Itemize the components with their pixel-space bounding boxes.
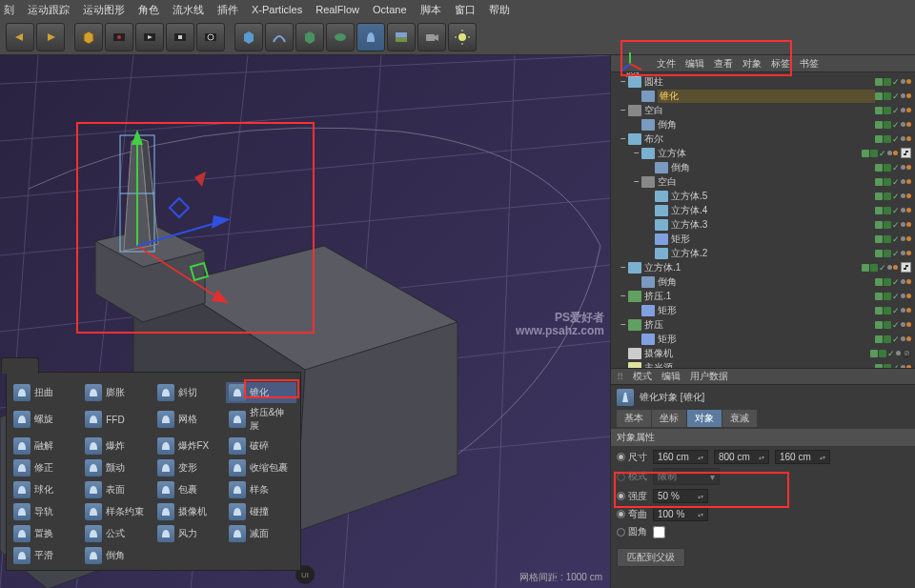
object-flags[interactable]: ✓ xyxy=(862,262,915,273)
menu-item[interactable]: 帮助 xyxy=(489,3,510,17)
menu-item[interactable]: 流水线 xyxy=(173,3,204,17)
object-flags[interactable]: ✓ xyxy=(875,78,915,86)
object-flags[interactable]: ✓ xyxy=(875,321,915,329)
object-name[interactable]: 倒角 xyxy=(671,161,875,174)
tab-coord[interactable]: 坐标 xyxy=(652,410,686,427)
menu-item[interactable]: 运动图形 xyxy=(83,3,125,17)
object-name[interactable]: 矩形 xyxy=(658,333,875,346)
object-flags[interactable]: ✓ xyxy=(875,207,915,214)
attr-menu-item[interactable]: 用户数据 xyxy=(690,370,728,383)
tool-render[interactable] xyxy=(166,23,194,51)
object-name[interactable]: 立方体.4 xyxy=(671,204,875,217)
deformer-item[interactable]: 包裹 xyxy=(154,479,225,500)
deformer-item[interactable]: 置换 xyxy=(10,523,81,544)
menu-item[interactable]: Octane xyxy=(373,4,406,15)
object-flags[interactable]: ✓ xyxy=(875,278,915,286)
object-manager-tree[interactable]: −圆柱✓锥化✓−空白✓倒角✓−布尔✓−立方体✓倒角✓−空白✓立方体.5✓立方体.… xyxy=(611,72,915,368)
deformer-item[interactable]: 减面 xyxy=(226,523,296,544)
tree-row[interactable]: −空白✓ xyxy=(611,174,915,189)
object-flags[interactable]: ✓ xyxy=(875,235,915,243)
object-flags[interactable]: ✓ xyxy=(875,121,915,129)
object-name[interactable]: 主光源 xyxy=(644,361,875,369)
object-flags[interactable]: ✓ xyxy=(875,293,915,300)
menu-item[interactable]: X-Particles xyxy=(252,4,302,15)
deformer-item[interactable]: 表面 xyxy=(82,479,152,500)
size-z-input[interactable]: 160 cm▴▾ xyxy=(775,450,830,464)
tree-row[interactable]: −立方体✓ xyxy=(611,146,915,160)
tree-row[interactable]: 摄像机✓⊘ xyxy=(611,346,915,360)
deformer-item[interactable]: 平滑 xyxy=(10,545,81,566)
deformer-item[interactable]: 风力 xyxy=(154,523,225,544)
deformer-item[interactable]: 融解 xyxy=(10,436,81,456)
tool-primitive[interactable] xyxy=(234,23,263,51)
tool-play[interactable] xyxy=(135,23,164,51)
tool-redo[interactable] xyxy=(36,23,65,51)
tool-deformer[interactable] xyxy=(356,23,385,51)
curve-input[interactable]: 100 %▴▾ xyxy=(653,507,708,521)
tool-rendersettings[interactable] xyxy=(196,23,225,51)
om-menu-item[interactable]: 编辑 xyxy=(685,57,704,71)
object-name[interactable]: 挤压.1 xyxy=(644,290,875,303)
round-checkbox[interactable] xyxy=(653,526,665,538)
tool-light[interactable] xyxy=(448,23,477,51)
expand-toggle[interactable]: − xyxy=(619,76,628,87)
object-name[interactable]: 倒角 xyxy=(658,275,875,289)
object-flags[interactable]: ✓ xyxy=(875,221,915,229)
expand-toggle[interactable]: − xyxy=(632,176,641,187)
object-flags[interactable]: ✓ xyxy=(875,335,915,343)
object-name[interactable]: 空白 xyxy=(658,175,875,189)
tree-row[interactable]: −空白✓ xyxy=(611,103,915,117)
texture-tag-icon[interactable] xyxy=(901,262,911,273)
tree-row[interactable]: 倒角✓ xyxy=(611,160,915,174)
deformer-item[interactable]: 球化 xyxy=(10,479,81,500)
expand-toggle[interactable]: − xyxy=(619,105,628,115)
deformer-item[interactable]: 螺旋 xyxy=(10,404,81,435)
attr-menu-item[interactable]: 编辑 xyxy=(661,370,681,383)
tree-row[interactable]: 倒角✓ xyxy=(611,117,915,132)
deformer-item[interactable]: 样条 xyxy=(226,479,296,500)
deformer-item[interactable]: 摄像机 xyxy=(154,501,225,522)
deformer-item[interactable]: 挤压&伸展 xyxy=(226,404,296,435)
tree-row[interactable]: −立方体.1✓ xyxy=(611,260,915,274)
deformer-item[interactable]: 破碎 xyxy=(226,436,296,456)
menu-item[interactable]: 刻 xyxy=(4,3,14,17)
tool-generator[interactable] xyxy=(295,23,324,51)
tab-object[interactable]: 对象 xyxy=(687,410,722,427)
expand-toggle[interactable]: − xyxy=(619,133,628,144)
om-menu-item[interactable]: 标签 xyxy=(771,57,790,71)
deformer-item[interactable]: 爆炸 xyxy=(82,436,152,456)
object-flags[interactable]: ✓ xyxy=(875,250,915,257)
object-name[interactable]: 圆柱 xyxy=(644,75,875,89)
deformer-item[interactable]: 碰撞 xyxy=(226,501,296,522)
menu-item[interactable]: 角色 xyxy=(138,3,159,17)
deformer-item[interactable]: FFD xyxy=(82,404,152,435)
deformer-item[interactable]: 公式 xyxy=(82,523,152,544)
strength-input[interactable]: 50 %▴▾ xyxy=(653,489,708,503)
menu-item[interactable]: 窗口 xyxy=(455,3,476,17)
menu-item[interactable]: 脚本 xyxy=(420,3,441,17)
tree-row[interactable]: 主光源✓ xyxy=(611,360,915,368)
tab-basic[interactable]: 基本 xyxy=(617,410,651,427)
expand-toggle[interactable]: − xyxy=(632,148,641,158)
tree-row[interactable]: −布尔✓ xyxy=(611,132,915,146)
tool-camera[interactable] xyxy=(417,23,446,51)
menu-item[interactable]: 插件 xyxy=(217,3,238,17)
object-name[interactable]: 挤压 xyxy=(644,318,875,332)
object-name[interactable]: 倒角 xyxy=(658,118,875,132)
object-name[interactable]: 矩形 xyxy=(658,304,875,317)
object-flags[interactable]: ✓ xyxy=(862,148,915,158)
deformer-item[interactable]: 扭曲 xyxy=(10,382,81,403)
deformer-item[interactable]: 颤动 xyxy=(82,457,152,478)
deformer-item[interactable]: 爆炸FX xyxy=(154,436,225,456)
tree-row[interactable]: −挤压.1✓ xyxy=(611,289,915,303)
object-name[interactable]: 立方体.1 xyxy=(644,261,862,274)
object-flags[interactable]: ✓ xyxy=(875,164,915,172)
tab-falloff[interactable]: 衰减 xyxy=(722,410,757,427)
om-menu-item[interactable]: 书签 xyxy=(800,57,819,71)
tool-environment[interactable] xyxy=(387,23,416,51)
tree-row[interactable]: −圆柱✓ xyxy=(611,74,915,89)
menu-item[interactable]: RealFlow xyxy=(315,4,359,15)
object-name[interactable]: 摄像机 xyxy=(644,347,870,360)
om-menu-item[interactable]: 文件 xyxy=(657,57,676,71)
object-flags[interactable]: ✓ xyxy=(875,135,915,143)
